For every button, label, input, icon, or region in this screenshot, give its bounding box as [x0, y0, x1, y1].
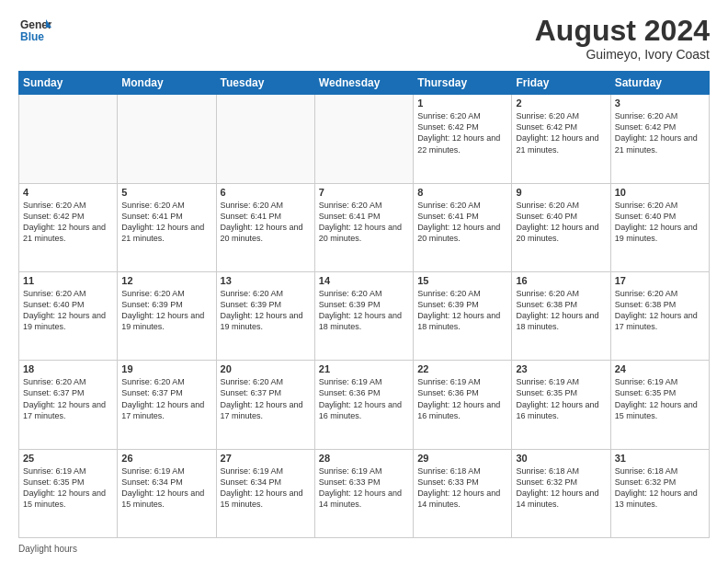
day-number: 20	[221, 363, 311, 374]
month-title: August 2024	[535, 15, 710, 47]
calendar-cell	[216, 95, 314, 183]
day-info: Sunrise: 6:20 AM Sunset: 6:39 PM Dayligh…	[417, 288, 507, 333]
calendar-cell: 2Sunrise: 6:20 AM Sunset: 6:42 PM Daylig…	[512, 95, 610, 183]
calendar-week-3: 11Sunrise: 6:20 AM Sunset: 6:40 PM Dayli…	[19, 271, 710, 360]
calendar-cell: 30Sunrise: 6:18 AM Sunset: 6:32 PM Dayli…	[512, 449, 610, 537]
calendar-cell: 24Sunrise: 6:19 AM Sunset: 6:35 PM Dayli…	[610, 361, 709, 449]
day-number: 25	[23, 453, 113, 464]
day-info: Sunrise: 6:20 AM Sunset: 6:37 PM Dayligh…	[221, 376, 311, 421]
day-number: 9	[516, 187, 606, 198]
day-number: 18	[23, 363, 113, 374]
day-info: Sunrise: 6:19 AM Sunset: 6:35 PM Dayligh…	[23, 465, 113, 511]
calendar-cell: 7Sunrise: 6:20 AM Sunset: 6:41 PM Daylig…	[314, 183, 413, 271]
day-info: Sunrise: 6:18 AM Sunset: 6:32 PM Dayligh…	[615, 465, 705, 511]
calendar-cell: 10Sunrise: 6:20 AM Sunset: 6:40 PM Dayli…	[610, 183, 709, 271]
day-number: 4	[23, 187, 113, 198]
day-number: 15	[417, 275, 507, 286]
calendar-cell: 25Sunrise: 6:19 AM Sunset: 6:35 PM Dayli…	[19, 449, 118, 537]
calendar-cell: 5Sunrise: 6:20 AM Sunset: 6:41 PM Daylig…	[118, 183, 216, 271]
col-header-friday: Friday	[512, 72, 610, 95]
day-number: 31	[615, 453, 705, 464]
day-number: 16	[516, 275, 606, 286]
day-info: Sunrise: 6:20 AM Sunset: 6:42 PM Dayligh…	[417, 110, 507, 155]
day-number: 28	[319, 453, 409, 464]
calendar-cell	[19, 95, 118, 183]
day-info: Sunrise: 6:20 AM Sunset: 6:40 PM Dayligh…	[23, 288, 113, 333]
calendar-cell: 14Sunrise: 6:20 AM Sunset: 6:39 PM Dayli…	[314, 271, 413, 360]
day-number: 21	[319, 363, 409, 374]
day-info: Sunrise: 6:19 AM Sunset: 6:34 PM Dayligh…	[121, 465, 211, 511]
col-header-wednesday: Wednesday	[314, 72, 413, 95]
day-info: Sunrise: 6:20 AM Sunset: 6:37 PM Dayligh…	[23, 376, 113, 421]
day-info: Sunrise: 6:20 AM Sunset: 6:41 PM Dayligh…	[221, 200, 311, 245]
calendar-cell: 3Sunrise: 6:20 AM Sunset: 6:42 PM Daylig…	[610, 95, 709, 183]
day-info: Sunrise: 6:19 AM Sunset: 6:33 PM Dayligh…	[319, 465, 409, 511]
calendar-header-row: SundayMondayTuesdayWednesdayThursdayFrid…	[19, 72, 710, 95]
calendar-table: SundayMondayTuesdayWednesdayThursdayFrid…	[18, 71, 710, 538]
day-number: 29	[417, 453, 507, 464]
day-info: Sunrise: 6:20 AM Sunset: 6:41 PM Dayligh…	[319, 200, 409, 245]
daylight-label: Daylight hours	[18, 544, 77, 554]
calendar-cell: 22Sunrise: 6:19 AM Sunset: 6:36 PM Dayli…	[414, 361, 512, 449]
calendar-cell: 1Sunrise: 6:20 AM Sunset: 6:42 PM Daylig…	[414, 95, 512, 183]
day-info: Sunrise: 6:20 AM Sunset: 6:39 PM Dayligh…	[121, 288, 211, 333]
calendar-cell: 28Sunrise: 6:19 AM Sunset: 6:33 PM Dayli…	[314, 449, 413, 537]
calendar-cell: 9Sunrise: 6:20 AM Sunset: 6:40 PM Daylig…	[512, 183, 610, 271]
day-info: Sunrise: 6:19 AM Sunset: 6:35 PM Dayligh…	[516, 376, 606, 421]
col-header-monday: Monday	[118, 72, 216, 95]
footer: Daylight hours	[18, 544, 710, 554]
day-info: Sunrise: 6:20 AM Sunset: 6:42 PM Dayligh…	[615, 110, 705, 155]
day-info: Sunrise: 6:20 AM Sunset: 6:37 PM Dayligh…	[121, 376, 211, 421]
day-number: 11	[23, 275, 113, 286]
day-info: Sunrise: 6:20 AM Sunset: 6:40 PM Dayligh…	[516, 200, 606, 245]
day-info: Sunrise: 6:20 AM Sunset: 6:38 PM Dayligh…	[516, 288, 606, 333]
title-block: August 2024 Guimeyo, Ivory Coast	[535, 15, 710, 62]
day-number: 10	[615, 187, 705, 198]
day-info: Sunrise: 6:20 AM Sunset: 6:40 PM Dayligh…	[615, 200, 705, 245]
calendar-cell	[118, 95, 216, 183]
calendar-cell: 8Sunrise: 6:20 AM Sunset: 6:41 PM Daylig…	[414, 183, 512, 271]
day-number: 1	[417, 98, 507, 109]
col-header-sunday: Sunday	[19, 72, 118, 95]
day-info: Sunrise: 6:20 AM Sunset: 6:39 PM Dayligh…	[221, 288, 311, 333]
day-info: Sunrise: 6:19 AM Sunset: 6:34 PM Dayligh…	[221, 465, 311, 511]
day-number: 7	[319, 187, 409, 198]
day-number: 12	[121, 275, 211, 286]
calendar-week-1: 1Sunrise: 6:20 AM Sunset: 6:42 PM Daylig…	[19, 95, 710, 183]
logo: General Blue	[18, 15, 51, 48]
calendar-cell: 4Sunrise: 6:20 AM Sunset: 6:42 PM Daylig…	[19, 183, 118, 271]
calendar-cell: 31Sunrise: 6:18 AM Sunset: 6:32 PM Dayli…	[610, 449, 709, 537]
day-number: 8	[417, 187, 507, 198]
calendar-cell: 16Sunrise: 6:20 AM Sunset: 6:38 PM Dayli…	[512, 271, 610, 360]
day-number: 27	[221, 453, 311, 464]
col-header-tuesday: Tuesday	[216, 72, 314, 95]
calendar-cell: 23Sunrise: 6:19 AM Sunset: 6:35 PM Dayli…	[512, 361, 610, 449]
day-number: 5	[121, 187, 211, 198]
day-info: Sunrise: 6:18 AM Sunset: 6:32 PM Dayligh…	[516, 465, 606, 511]
col-header-thursday: Thursday	[414, 72, 512, 95]
day-info: Sunrise: 6:18 AM Sunset: 6:33 PM Dayligh…	[417, 465, 507, 511]
day-number: 19	[121, 363, 211, 374]
day-number: 26	[121, 453, 211, 464]
calendar-cell: 18Sunrise: 6:20 AM Sunset: 6:37 PM Dayli…	[19, 361, 118, 449]
calendar-cell: 21Sunrise: 6:19 AM Sunset: 6:36 PM Dayli…	[314, 361, 413, 449]
calendar-cell: 13Sunrise: 6:20 AM Sunset: 6:39 PM Dayli…	[216, 271, 314, 360]
day-info: Sunrise: 6:20 AM Sunset: 6:38 PM Dayligh…	[615, 288, 705, 333]
col-header-saturday: Saturday	[610, 72, 709, 95]
day-number: 2	[516, 98, 606, 109]
day-number: 6	[221, 187, 311, 198]
calendar-cell: 17Sunrise: 6:20 AM Sunset: 6:38 PM Dayli…	[610, 271, 709, 360]
day-info: Sunrise: 6:20 AM Sunset: 6:41 PM Dayligh…	[417, 200, 507, 245]
day-info: Sunrise: 6:20 AM Sunset: 6:39 PM Dayligh…	[319, 288, 409, 333]
day-number: 22	[417, 363, 507, 374]
day-number: 3	[615, 98, 705, 109]
calendar-cell: 15Sunrise: 6:20 AM Sunset: 6:39 PM Dayli…	[414, 271, 512, 360]
header: General Blue August 2024 Guimeyo, Ivory …	[18, 15, 710, 62]
day-info: Sunrise: 6:20 AM Sunset: 6:41 PM Dayligh…	[121, 200, 211, 245]
day-number: 13	[221, 275, 311, 286]
page: General Blue August 2024 Guimeyo, Ivory …	[0, 0, 728, 563]
day-info: Sunrise: 6:19 AM Sunset: 6:35 PM Dayligh…	[615, 376, 705, 421]
calendar-cell	[314, 95, 413, 183]
calendar-cell: 19Sunrise: 6:20 AM Sunset: 6:37 PM Dayli…	[118, 361, 216, 449]
day-info: Sunrise: 6:20 AM Sunset: 6:42 PM Dayligh…	[23, 200, 113, 245]
